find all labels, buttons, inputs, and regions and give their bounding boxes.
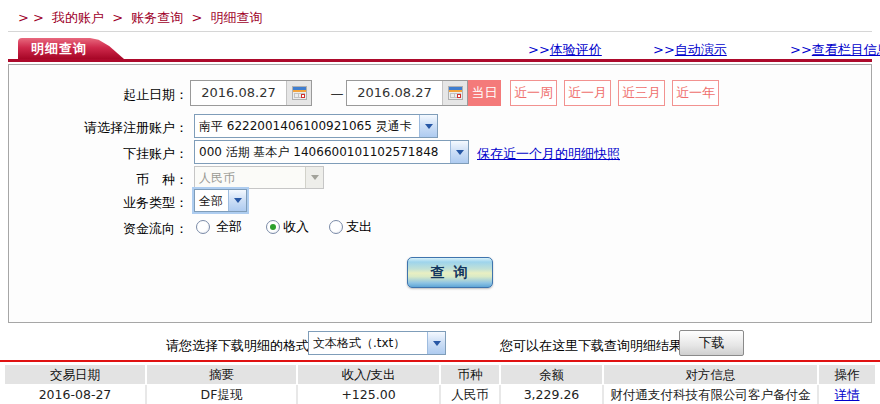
currency-value: 人民币: [195, 167, 305, 188]
breadcrumb-divider: [8, 31, 872, 32]
cell-counterparty: 财付通支付科技有限公司客户备付金: [604, 385, 817, 404]
currency-select: 人民币: [194, 166, 324, 189]
download-button[interactable]: 下载: [679, 330, 744, 356]
header-counterparty: 对方信息: [604, 365, 817, 384]
range-last-3-months-button[interactable]: 近三月: [618, 80, 665, 106]
business-type-value: 全部: [195, 190, 228, 211]
header-balance: 余额: [501, 365, 602, 384]
register-account-label: 请选择注册账户：: [84, 119, 188, 137]
breadcrumb-separator: >: [191, 10, 202, 25]
chevron-down-icon[interactable]: [228, 190, 246, 211]
table-header-row: 交易日期 摘要 收入/支出 币种 余额 对方信息 操作: [5, 365, 875, 384]
calendar-picker-button[interactable]: [442, 81, 467, 105]
auto-demo-link[interactable]: >>自动演示: [653, 41, 727, 59]
range-last-year-button[interactable]: 近一年: [672, 80, 719, 106]
range-today-button[interactable]: 当日: [468, 80, 501, 106]
business-type-label: 业务类型：: [123, 194, 188, 212]
cell-amount: +125.00: [298, 385, 439, 404]
date-from-input[interactable]: 2016.08.27: [190, 80, 312, 106]
sub-account-value: 000 活期 基本户 1406600101102571848: [195, 141, 450, 163]
cell-trade-date: 2016-08-27: [5, 385, 145, 404]
tab-detail-query: 明细查询: [18, 38, 124, 59]
chevron-down-icon: [305, 167, 323, 188]
save-snapshot-link[interactable]: 保存近一个月的明细快照: [477, 145, 620, 163]
table-top-divider: [0, 360, 880, 362]
chevron-down-icon[interactable]: [419, 115, 437, 137]
table-row: 2016-08-27 DF提现 +125.00 人民币 3,229.26 财付通…: [5, 385, 875, 404]
download-hint: 您可以在这里下载查询明细结果: [500, 337, 682, 355]
link-prefix: >>: [528, 42, 550, 57]
breadcrumb-item-account-query[interactable]: 账务查询: [131, 10, 183, 25]
detail-query-page: > > 我的账户 > 账务查询 > 明细查询 明细查询 >>体验评价 >>自动演…: [0, 0, 880, 404]
chevron-down-icon[interactable]: [450, 141, 468, 163]
query-button[interactable]: 查 询: [407, 257, 493, 288]
fund-flow-all-label[interactable]: 全部: [216, 220, 242, 234]
chevron-down-icon[interactable]: [427, 332, 445, 354]
download-format-label: 请您选择下载明细的格式: [166, 337, 309, 355]
cell-summary: DF提现: [147, 385, 296, 404]
sub-account-label: 下挂账户：: [123, 145, 188, 163]
breadcrumb-separator: >: [112, 10, 123, 25]
register-account-value: 南平 6222001406100921065 灵通卡: [195, 115, 419, 137]
date-to-input[interactable]: 2016.08.27: [346, 80, 468, 106]
result-table: 交易日期 摘要 收入/支出 币种 余额 对方信息 操作 2016-08-27 D…: [5, 365, 875, 404]
breadcrumb: > > 我的账户 > 账务查询 > 明细查询: [18, 9, 266, 27]
date-range-dash: —: [329, 86, 345, 101]
cell-balance: 3,229.26: [501, 385, 602, 404]
detail-link[interactable]: 详情: [835, 387, 860, 402]
header-trade-date: 交易日期: [5, 365, 145, 384]
fund-flow-expense-label[interactable]: 支出: [346, 220, 372, 234]
link-label: 体验评价: [550, 42, 602, 57]
date-to-value[interactable]: 2016.08.27: [347, 81, 442, 105]
currency-label: 币 种：: [136, 171, 188, 189]
link-label: 查看栏目信息: [812, 42, 880, 57]
header-action: 操作: [819, 365, 875, 384]
header-income-expense: 收入/支出: [298, 365, 439, 384]
link-label: 自动演示: [675, 42, 727, 57]
link-prefix: >>: [653, 42, 675, 57]
register-account-select[interactable]: 南平 6222001406100921065 灵通卡: [194, 114, 438, 138]
breadcrumb-item-my-account[interactable]: 我的账户: [52, 10, 104, 25]
breadcrumb-prefix: > >: [18, 10, 44, 25]
header-summary: 摘要: [147, 365, 296, 384]
download-format-select[interactable]: 文本格式（.txt）: [308, 331, 446, 355]
sub-account-select[interactable]: 000 活期 基本户 1406600101102571848: [194, 140, 469, 164]
business-type-select[interactable]: 全部: [194, 189, 247, 212]
fund-flow-income-radio[interactable]: [266, 220, 280, 234]
fund-flow-label: 资金流向：: [123, 220, 188, 238]
range-last-week-button[interactable]: 近一周: [510, 80, 557, 106]
fund-flow-expense-radio[interactable]: [329, 220, 343, 234]
link-prefix: >>: [790, 42, 812, 57]
breadcrumb-item-detail-query[interactable]: 明细查询: [210, 10, 262, 25]
date-from-value[interactable]: 2016.08.27: [191, 81, 286, 105]
fund-flow-all-radio[interactable]: [196, 220, 210, 234]
view-column-info-link[interactable]: >>查看栏目信息: [790, 41, 880, 59]
calendar-picker-button[interactable]: [286, 81, 311, 105]
calendar-icon: [292, 86, 307, 100]
range-last-month-button[interactable]: 近一月: [564, 80, 611, 106]
date-range-label: 起止日期：: [123, 86, 188, 104]
tab-underline: [8, 59, 872, 62]
experience-evaluation-link[interactable]: >>体验评价: [528, 41, 602, 59]
header-currency: 币种: [441, 365, 499, 384]
download-format-value: 文本格式（.txt）: [309, 332, 427, 354]
cell-currency: 人民币: [441, 385, 499, 404]
fund-flow-income-label[interactable]: 收入: [283, 220, 309, 234]
calendar-icon: [448, 86, 463, 100]
